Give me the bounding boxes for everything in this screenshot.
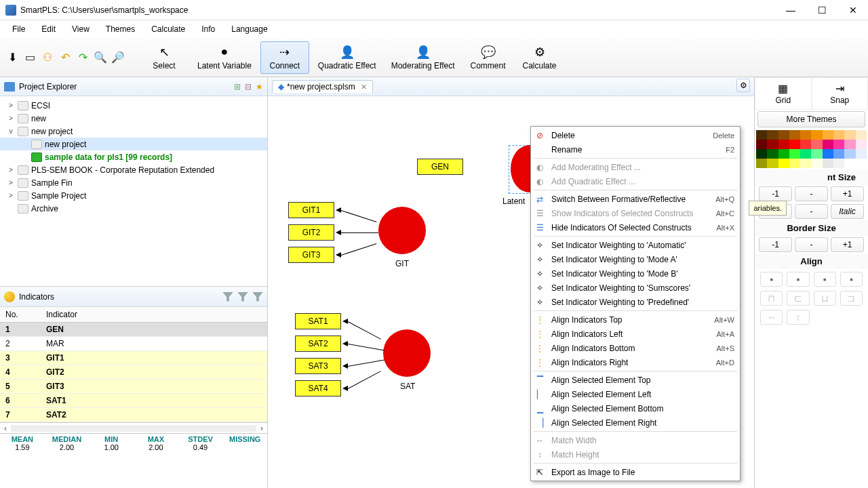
align-btn-6[interactable]: ⊏ [787,291,809,306]
color-swatch[interactable] [789,149,800,159]
tree-node[interactable]: >new [0,112,267,125]
font-plus-button[interactable]: +1 [831,186,864,201]
indicator-sat2[interactable]: SAT2 [295,336,341,352]
color-swatch[interactable] [856,149,867,159]
toolbar-calculate[interactable]: ⚙Calculate [515,41,564,74]
color-swatch[interactable] [823,149,833,159]
tree-node[interactable]: >Sample Fin [0,176,267,189]
ctx-delete[interactable]: ⊘DeleteDelete [531,128,740,142]
color-swatch[interactable] [778,130,789,140]
align-btn-8[interactable]: ⊐ [840,291,863,306]
more-themes-button[interactable]: More Themes [757,111,865,127]
color-swatch[interactable] [789,130,800,140]
color-swatch[interactable] [767,140,778,149]
ctx-export-as-image-to-file[interactable]: ⇱Export as Image to File [531,465,740,479]
new-icon[interactable]: ▭ [23,51,37,64]
tree-node[interactable]: >ECSI [0,99,267,112]
indicator-row[interactable]: 1GEN [0,323,267,337]
color-swatch[interactable] [833,149,844,159]
ctx-set-indicator-weighting-to-automatic[interactable]: ✧Set Indicator Weighting to 'Automatic' [531,238,740,252]
color-swatch[interactable] [800,130,811,140]
tree-node[interactable]: new project [0,138,267,150]
maximize-button[interactable]: ☐ [812,5,831,16]
italic-button[interactable]: Italic [831,204,864,219]
color-swatch[interactable] [767,159,778,168]
ctx-switch-between-formative-reflective[interactable]: ⇄Switch Between Formative/ReflectiveAlt+… [531,192,740,206]
font-minus-button[interactable]: -1 [759,186,792,201]
indicator-gen[interactable]: GEN [417,159,463,175]
indicator-sat3[interactable]: SAT3 [295,358,341,374]
border-reset-button[interactable]: - [795,237,828,252]
context-menu[interactable]: ⊘DeleteDeleteRenameF2◐Add Moderating Eff… [530,126,741,481]
color-swatch[interactable] [811,149,822,159]
color-swatch[interactable] [833,140,844,149]
ctx-align-indicators-top[interactable]: ⋮Align Indicators TopAlt+W [531,312,740,327]
color-swatch[interactable] [823,159,833,168]
ctx-align-selected-element-top[interactable]: ▔Align Selected Element Top [531,373,740,387]
menu-themes[interactable]: Themes [99,22,142,37]
snap-button[interactable]: ⇥Snap [812,77,869,110]
color-swatch[interactable] [800,140,811,149]
grid-button[interactable]: ▦Grid [755,77,812,110]
border-plus-button[interactable]: +1 [831,237,864,252]
project-tree[interactable]: >ECSI>newvnew projectnew projectsample d… [0,96,267,286]
redo-icon[interactable]: ↷ [76,51,90,64]
ctx-align-indicators-bottom[interactable]: ⋮Align Indicators BottomAlt+S [531,341,740,355]
toolbar-comment[interactable]: 💬Comment [464,41,513,74]
toolbar-latent-variable[interactable]: ●Latent Variable [191,41,258,74]
zoom-out-icon[interactable]: 🔍 [94,51,107,64]
remove-icon[interactable]: ⊟ [245,82,252,92]
canvas-settings-icon[interactable]: ⚙ [736,79,750,92]
indicator-git1[interactable]: GIT1 [288,202,334,218]
add-icon[interactable]: ⊞ [234,82,241,92]
toolbar-connect[interactable]: ⇢Connect [260,41,309,74]
color-swatch[interactable] [789,140,800,149]
tree-node[interactable]: sample data for pls1 [99 records] [0,150,267,163]
color-swatch[interactable] [833,130,844,140]
color-swatch[interactable] [856,159,867,168]
color-swatch[interactable] [789,159,800,168]
align-btn-3[interactable]: ▪ [814,272,836,287]
construct-sat[interactable] [383,329,431,377]
ctx-align-selected-element-right[interactable]: ▕Align Selected Element Right [531,415,740,430]
filter-icon[interactable] [222,292,233,302]
construct-git[interactable] [378,207,426,254]
ctx-align-selected-element-bottom[interactable]: ▁Align Selected Element Bottom [531,401,740,415]
color-swatch[interactable] [756,149,767,159]
color-swatch[interactable] [767,130,778,140]
color-swatch[interactable] [844,130,855,140]
tree-node[interactable]: Archive [0,202,267,215]
color-swatch[interactable] [811,140,822,149]
zoom-in-icon[interactable]: 🔎 [111,51,125,64]
color-swatch[interactable] [811,159,822,168]
color-swatch[interactable] [756,130,767,140]
menu-view[interactable]: View [65,22,96,37]
indicator-sat4[interactable]: SAT4 [295,380,341,396]
font-reset-button[interactable]: - [795,186,828,201]
undo-icon[interactable]: ↶ [58,51,72,64]
menu-calculate[interactable]: Calculate [144,22,192,37]
color-swatch[interactable] [767,149,778,159]
color-swatch[interactable] [756,140,767,149]
color-swatch[interactable] [856,130,867,140]
ctx-align-indicators-right[interactable]: ⋮Align Indicators RightAlt+D [531,355,740,369]
color-swatch[interactable] [800,149,811,159]
filter-icon-3[interactable] [252,292,263,302]
minimize-button[interactable]: — [781,5,800,16]
indicator-row[interactable]: 4GIT2 [0,365,267,380]
menu-edit[interactable]: Edit [35,22,62,37]
align-btn-1[interactable]: ▪ [760,272,783,287]
align-btn-10[interactable]: ↕ [787,310,809,325]
indicator-row[interactable]: 3GIT1 [0,351,267,365]
align-btn-2[interactable]: ▪ [787,272,809,287]
color-swatch[interactable] [823,140,833,149]
menu-file[interactable]: File [5,22,32,37]
tab-model[interactable]: ◆ *new project.splsm ✕ [272,80,373,93]
tab-close-icon[interactable]: ✕ [361,83,367,92]
ctx-hide-indicators-of-selected-constructs[interactable]: ☰Hide Indicators Of Selected ConstructsA… [531,220,740,235]
align-btn-7[interactable]: ⊔ [814,291,836,306]
ctx-set-indicator-weighting-to-mode-b[interactable]: ✧Set Indicator Weighting to 'Mode B' [531,266,740,281]
style-reset-button[interactable]: - [795,204,828,219]
filter-icon-2[interactable] [237,292,248,302]
tree-node[interactable]: >PLS-SEM BOOK - Corporate Reputation Ext… [0,163,267,176]
